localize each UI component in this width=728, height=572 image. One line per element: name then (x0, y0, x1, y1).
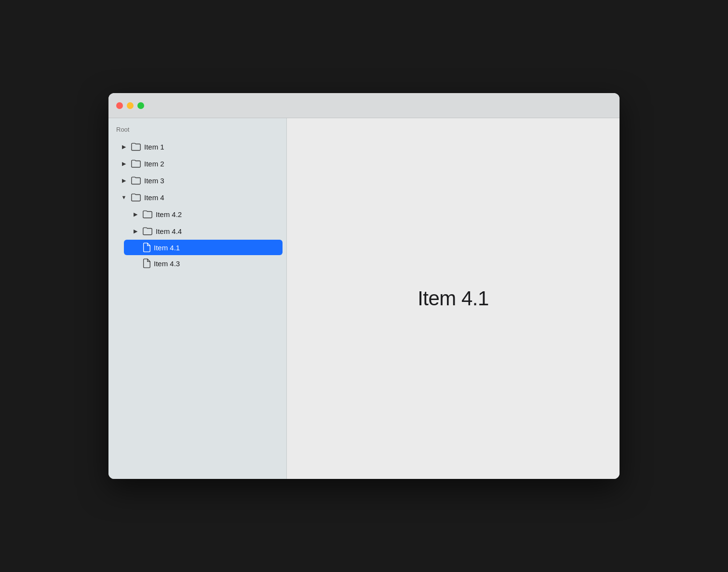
minimize-button[interactable] (127, 102, 134, 109)
app-window: Root ▶ Item 1 ▶ Item 2 ▶ (108, 93, 620, 479)
sidebar-item-item2[interactable]: ▶ Item 2 (112, 155, 283, 172)
sidebar-item-item4-4[interactable]: ▶ Item 4.4 (124, 223, 283, 239)
item3-label: Item 3 (144, 177, 164, 185)
folder-icon (131, 158, 141, 169)
traffic-lights (116, 102, 144, 109)
folder-icon (142, 209, 153, 219)
folder-icon (142, 226, 153, 236)
folder-icon (131, 141, 141, 152)
sidebar-item-item4-2[interactable]: ▶ Item 4.2 (124, 206, 283, 222)
document-icon (142, 243, 151, 252)
item2-label: Item 2 (144, 160, 164, 168)
item4-4-label: Item 4.4 (156, 227, 182, 235)
sidebar-item-item4-1[interactable]: ▶ Item 4.1 (124, 240, 283, 255)
content-title: Item 4.1 (418, 287, 489, 310)
root-label: Root (108, 126, 286, 138)
chevron-right-icon: ▶ (120, 177, 128, 184)
chevron-right-icon: ▶ (132, 210, 139, 218)
item4-2-label: Item 4.2 (156, 210, 182, 218)
chevron-right-icon: ▶ (132, 227, 139, 235)
folder-icon (131, 175, 141, 186)
sidebar-item-item4[interactable]: ▼ Item 4 (112, 189, 283, 205)
item4-label: Item 4 (144, 193, 164, 202)
sidebar-item-item1[interactable]: ▶ Item 1 (112, 138, 283, 155)
close-button[interactable] (116, 102, 123, 109)
item1-label: Item 1 (144, 143, 164, 151)
item4-3-label: Item 4.3 (154, 259, 180, 268)
sidebar-item-item4-3[interactable]: ▶ Item 4.3 (124, 256, 283, 271)
chevron-right-icon: ▶ (120, 143, 128, 150)
content-area: Root ▶ Item 1 ▶ Item 2 ▶ (108, 118, 620, 479)
item4-1-label: Item 4.1 (154, 244, 180, 252)
sidebar: Root ▶ Item 1 ▶ Item 2 ▶ (108, 118, 287, 479)
maximize-button[interactable] (137, 102, 144, 109)
sidebar-item-item3[interactable]: ▶ Item 3 (112, 172, 283, 189)
title-bar (108, 93, 620, 118)
document-icon (142, 259, 151, 268)
chevron-right-icon: ▶ (120, 160, 128, 167)
main-content: Item 4.1 (287, 118, 620, 479)
folder-icon (131, 192, 141, 203)
chevron-down-icon: ▼ (120, 193, 128, 201)
